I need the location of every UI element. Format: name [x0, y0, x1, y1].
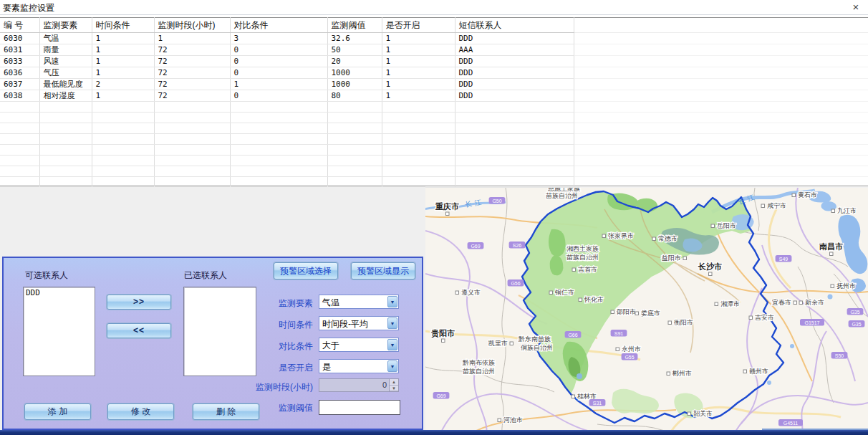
table-cell: DDD — [455, 67, 574, 79]
road-badge-label: G1517 — [804, 320, 819, 325]
table-cell — [455, 123, 574, 134]
city-marker-icon — [498, 419, 501, 422]
move-right-button[interactable]: >> — [107, 295, 171, 310]
table-row[interactable]: 6037最低能见度272110001DDD — [0, 79, 868, 90]
table-cell — [154, 156, 230, 166]
table-cell — [39, 166, 92, 177]
enabled-label: 是否开启 — [241, 362, 313, 374]
city-marker-icon — [572, 268, 576, 272]
table-row[interactable] — [0, 156, 868, 166]
chevron-down-icon[interactable]: ▼ — [387, 296, 397, 307]
table-cell — [574, 79, 868, 90]
available-contacts-label: 可选联系人 — [25, 269, 68, 282]
chevron-down-icon[interactable]: ▼ — [387, 317, 397, 329]
table-body: 6030气温11332.61DDD6031雨量1720501AAA6033风速1… — [0, 33, 868, 188]
compare-condition-value: 大于 — [322, 340, 339, 352]
table-cell — [0, 123, 39, 134]
element-dropdown[interactable]: 气温 ▼ — [319, 295, 399, 309]
time-condition-label: 时间条件 — [241, 319, 313, 331]
table-cell — [0, 102, 39, 113]
table-cell — [154, 123, 230, 134]
table-header-row: 编 号监测要素时间条件监测时段(小时)对比条件监测阈值是否开启短信联系人 — [0, 18, 868, 33]
table-cell — [0, 134, 39, 145]
table-cell: 1 — [92, 33, 154, 44]
table-cell — [0, 166, 39, 177]
table-row[interactable]: 6031雨量1720501AAA — [0, 44, 868, 56]
table-cell — [382, 156, 455, 166]
table-row[interactable] — [0, 113, 868, 123]
table-cell — [574, 44, 868, 56]
spin-up-icon[interactable]: ▲ — [390, 379, 398, 386]
selected-contacts-label: 已选联系人 — [184, 269, 227, 282]
map-city-label: 九江市 — [837, 207, 857, 214]
table-row[interactable] — [0, 123, 868, 134]
move-left-button[interactable]: << — [107, 323, 171, 338]
road-badge-label: S91 — [614, 331, 624, 336]
chevron-down-icon[interactable]: ▼ — [387, 339, 397, 350]
list-item[interactable]: DDD — [24, 287, 95, 298]
column-header[interactable]: 监测要素 — [39, 18, 92, 33]
table-row[interactable]: 6033风速1720201DDD — [0, 56, 868, 67]
column-header[interactable]: 编 号 — [0, 18, 39, 33]
table-cell — [39, 134, 92, 145]
enabled-dropdown[interactable]: 是 ▼ — [319, 359, 399, 373]
table-cell — [455, 145, 574, 156]
table-row[interactable]: 6036气压172010001DDD — [0, 67, 868, 79]
table-cell — [382, 102, 455, 113]
column-header[interactable]: 短信联系人 — [455, 18, 574, 33]
column-header[interactable]: 监测阈值 — [327, 18, 382, 33]
city-marker-icon — [709, 272, 713, 276]
table-cell — [574, 113, 868, 123]
modify-button[interactable]: 修 改 — [107, 403, 174, 420]
element-value: 气温 — [322, 297, 339, 309]
available-contacts-listbox[interactable]: DDD — [23, 287, 95, 376]
time-condition-dropdown[interactable]: 时间段-平均 ▼ — [319, 316, 399, 330]
column-header[interactable]: 监测时段(小时) — [154, 18, 230, 33]
table-cell: 风速 — [39, 56, 92, 67]
table-cell — [92, 166, 154, 177]
column-header[interactable]: 时间条件 — [92, 18, 154, 33]
warning-area-select-button[interactable]: 预警区域选择 — [274, 262, 338, 279]
threshold-input[interactable] — [319, 400, 400, 415]
table-cell — [574, 90, 868, 102]
compare-condition-dropdown[interactable]: 大于 ▼ — [319, 338, 399, 352]
table-cell — [574, 156, 868, 166]
window-title: 要素监控设置 — [3, 2, 54, 14]
table-row[interactable] — [0, 145, 868, 156]
road-badge-label: G66 — [568, 333, 577, 338]
close-icon[interactable]: × — [849, 1, 862, 14]
add-button[interactable]: 添 加 — [24, 403, 91, 420]
table-row[interactable]: 6038相对湿度1720801DDD — [0, 90, 868, 102]
column-header[interactable]: 对比条件 — [230, 18, 327, 33]
delete-button[interactable]: 删 除 — [193, 403, 259, 420]
column-header[interactable]: 是否开启 — [382, 18, 455, 33]
map-city-label: 南昌市 — [819, 242, 843, 251]
table-row[interactable] — [0, 102, 868, 113]
city-marker-icon — [688, 412, 691, 416]
table-cell — [39, 123, 92, 134]
table-cell: 6036 — [0, 67, 39, 79]
table-row[interactable]: 6030气温11332.61DDD — [0, 33, 868, 44]
city-marker-icon — [446, 212, 450, 216]
map-city-label: 苗族自治州 — [546, 192, 578, 199]
table-cell: 3 — [230, 33, 327, 44]
table-row[interactable] — [0, 134, 868, 145]
table-cell — [574, 123, 868, 134]
map-panel[interactable]: 重庆市恩施土家族苗族自治州黄石市咸宁市九江市岳阳市张家界市常德市南昌市益阳市长沙… — [425, 188, 868, 435]
table-cell — [154, 113, 230, 123]
table-cell — [455, 113, 574, 123]
table-cell: 6037 — [0, 79, 39, 90]
table-row[interactable] — [0, 166, 868, 177]
config-zone: 可选联系人 DDD 已选联系人 >> << 预警区域选择 预警区域显示 监测要素… — [0, 186, 425, 435]
table-cell — [0, 113, 39, 123]
city-marker-icon — [668, 321, 672, 325]
table-cell: 72 — [154, 90, 230, 102]
period-spinner[interactable]: 0 ▲ ▼ — [319, 378, 399, 392]
spin-down-icon[interactable]: ▼ — [390, 386, 398, 392]
chevron-down-icon[interactable]: ▼ — [387, 360, 397, 372]
table-cell — [92, 102, 154, 113]
table-cell: 6031 — [0, 44, 39, 56]
warning-area-show-button[interactable]: 预警区域显示 — [351, 262, 415, 279]
table-cell — [574, 56, 868, 67]
map-city-label: 凯里市 — [488, 340, 508, 347]
